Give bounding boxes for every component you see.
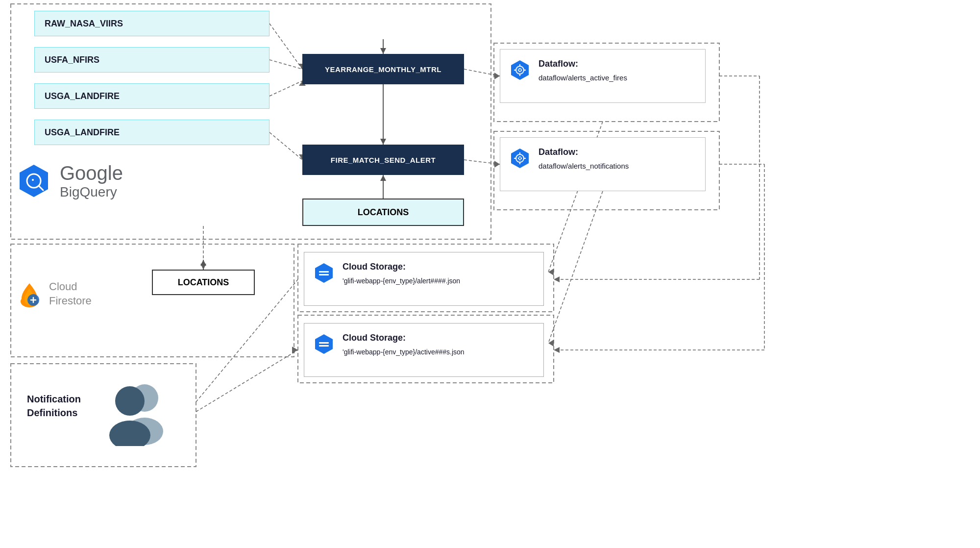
bq-box-usga-landfire1: USGA_LANDFIRE	[34, 83, 270, 109]
bigquery-icon	[15, 162, 53, 200]
firestore-locations-label: LOCATIONS	[178, 277, 229, 288]
dataflow-title-2: Dataflow:	[539, 146, 629, 159]
bq-box-usfa-nfirs: USFA_NFIRS	[34, 47, 270, 73]
svg-marker-40	[292, 347, 298, 353]
firestore-text-cloud: Cloud	[49, 280, 92, 294]
svg-marker-34	[554, 276, 560, 282]
svg-marker-58	[20, 165, 48, 197]
cs-subtitle-2: 'glifi-webapp-{env_type}/active###s.json	[343, 348, 465, 356]
cloud-storage-box-alert: Cloud Storage: 'glifi-webapp-{env_type}/…	[304, 252, 544, 306]
bigquery-logo: Google BigQuery	[15, 162, 123, 200]
firestore-text-name: Firestore	[49, 294, 92, 308]
svg-marker-18	[380, 139, 386, 145]
svg-marker-64	[315, 263, 333, 283]
svg-line-11	[270, 81, 302, 96]
yearrange-label: YEARRANGE_MONTHLY_MTRL	[325, 65, 441, 74]
bq-locations-label: LOCATIONS	[358, 207, 409, 218]
svg-line-13	[270, 132, 302, 160]
svg-marker-26	[200, 264, 206, 270]
bq-logo-bigquery: BigQuery	[60, 184, 123, 200]
usga-landfire1-label: USGA_LANDFIRE	[45, 91, 120, 101]
cloud-storage-icon-1	[312, 261, 336, 285]
svg-rect-68	[319, 342, 329, 344]
svg-line-9	[270, 60, 302, 69]
dataflow-box-1: Dataflow: dataflow/alerts_active_fires	[500, 49, 706, 103]
dataflow-text-2: Dataflow: dataflow/alerts_notifications	[539, 146, 629, 173]
bq-box-usga-landfire2: USGA_LANDFIRE	[34, 120, 270, 145]
bigquery-logo-text: Google BigQuery	[60, 162, 123, 200]
svg-line-41	[196, 279, 298, 402]
cs-subtitle-1: 'glifi-webapp-{env_type}/alert####.json	[343, 277, 460, 285]
dataflow-subtitle-1: dataflow/alerts_active_fires	[539, 74, 627, 82]
bq-logo-google: Google	[60, 162, 123, 184]
firestore-logo-text: Cloud Firestore	[49, 280, 92, 308]
svg-line-39	[196, 350, 298, 412]
cloud-storage-box-active: Cloud Storage: 'glifi-webapp-{env_type}/…	[304, 323, 544, 377]
diagram-container: RAW_NASA_VIIRS USFA_NFIRS USGA_LANDFIRE …	[0, 0, 980, 548]
usfa-nfirs-label: USFA_NFIRS	[45, 55, 99, 65]
svg-rect-65	[319, 271, 329, 273]
firestore-locations-box: LOCATIONS	[152, 270, 255, 295]
svg-marker-16	[380, 48, 386, 54]
users-icon	[98, 377, 172, 448]
raw-nasa-label: RAW_NASA_VIIRS	[45, 19, 123, 29]
svg-line-19	[464, 69, 500, 76]
bq-locations-box: LOCATIONS	[302, 199, 464, 226]
dataflow-icon-1	[508, 58, 532, 82]
fire-match-label: FIRE_MATCH_SEND_ALERT	[331, 156, 436, 164]
svg-marker-20	[494, 73, 500, 79]
cloud-storage-text-2: Cloud Storage: 'glifi-webapp-{env_type}/…	[343, 331, 465, 358]
dataflow-title-1: Dataflow:	[539, 57, 627, 71]
notif-line2: Definitions	[27, 406, 81, 420]
svg-rect-66	[319, 274, 329, 275]
dataflow-subtitle-2: dataflow/alerts_notifications	[539, 162, 629, 170]
svg-marker-38	[554, 347, 560, 353]
svg-line-21	[464, 160, 500, 164]
svg-point-72	[115, 386, 145, 416]
svg-line-7	[270, 24, 302, 69]
dataflow-icon-2	[508, 147, 532, 170]
cloud-storage-icon-2	[312, 332, 336, 356]
notification-definitions-label: Notification Definitions	[27, 392, 81, 420]
notif-line1: Notification	[27, 392, 81, 406]
dataflow-text-1: Dataflow: dataflow/alerts_active_fires	[539, 57, 627, 84]
navy-box-yearrange: YEARRANGE_MONTHLY_MTRL	[302, 54, 464, 84]
navy-box-fire-match: FIRE_MATCH_SEND_ALERT	[302, 145, 464, 175]
svg-marker-28	[548, 269, 554, 275]
svg-marker-43	[200, 260, 206, 266]
svg-marker-30	[548, 340, 554, 347]
svg-marker-24	[380, 175, 386, 181]
firestore-icon	[15, 279, 44, 309]
bq-box-raw-nasa: RAW_NASA_VIIRS	[34, 11, 270, 36]
cs-title-2: Cloud Storage:	[343, 331, 465, 345]
svg-rect-69	[319, 345, 329, 347]
svg-line-29	[548, 191, 603, 343]
usga-landfire2-label: USGA_LANDFIRE	[45, 127, 120, 138]
svg-marker-67	[315, 334, 333, 354]
firestore-logo: Cloud Firestore	[15, 279, 92, 309]
dataflow-box-2: Dataflow: dataflow/alerts_notifications	[500, 137, 706, 191]
cloud-storage-text-1: Cloud Storage: 'glifi-webapp-{env_type}/…	[343, 260, 460, 287]
svg-point-61	[32, 179, 34, 181]
cs-title-1: Cloud Storage:	[343, 260, 460, 274]
svg-marker-22	[494, 161, 500, 168]
